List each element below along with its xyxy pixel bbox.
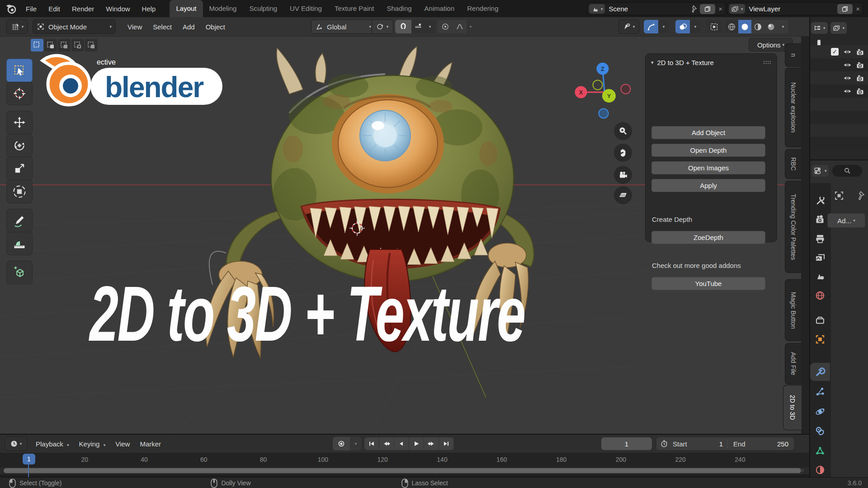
gizmos-dropdown[interactable]: ▾ xyxy=(658,20,669,33)
workspace-tab-modeling[interactable]: Modeling xyxy=(203,0,243,17)
viewport-menu-object[interactable]: Object xyxy=(200,23,231,31)
viewlayer-copy-button[interactable] xyxy=(837,4,853,14)
proportional-toggle[interactable] xyxy=(438,20,453,33)
tool-move[interactable] xyxy=(6,111,33,134)
tool-scale[interactable] xyxy=(6,157,33,180)
gizmos-toggle[interactable] xyxy=(644,20,658,33)
sidebar-tab-magic-button[interactable]: Magic Button xyxy=(785,279,801,341)
properties-tab-physics[interactable] xyxy=(810,403,830,421)
shading-material[interactable] xyxy=(751,20,764,33)
outliner-row[interactable] xyxy=(810,71,868,84)
workspace-tab-layout[interactable]: Layout xyxy=(170,0,203,17)
outliner-row[interactable] xyxy=(810,58,868,71)
selectability-checkbox[interactable]: ✓ xyxy=(831,48,839,56)
properties-tab-scene[interactable] xyxy=(810,267,830,286)
open-depth-button[interactable]: Open Depth xyxy=(651,144,765,157)
properties-tab-output[interactable] xyxy=(810,230,830,248)
timeline-scrollbar[interactable] xyxy=(4,468,801,473)
viewlayer-selector[interactable]: ▾ ViewLayer × xyxy=(727,2,863,15)
editor-type-button[interactable]: ▾ xyxy=(6,19,28,34)
shading-rendered[interactable] xyxy=(764,20,778,33)
hide-viewport-icon[interactable] xyxy=(843,88,852,95)
scene-copy-button[interactable] xyxy=(700,4,715,14)
prev-keyframe-button[interactable] xyxy=(379,437,394,450)
workspace-tab-sculpting[interactable]: Sculpting xyxy=(243,0,283,17)
xray-toggle[interactable] xyxy=(706,20,722,33)
menu-window[interactable]: Window xyxy=(100,5,136,13)
viewlayer-remove-button[interactable]: × xyxy=(853,5,863,13)
outliner-row[interactable] xyxy=(810,84,868,98)
keying-set-dropdown[interactable]: ▾ xyxy=(350,437,362,450)
shading-wireframe[interactable] xyxy=(725,20,738,33)
timeline-menu-keying[interactable]: Keying ▾ xyxy=(74,440,111,448)
scene-name[interactable]: Scene xyxy=(609,5,689,13)
end-frame-field[interactable]: End 250 xyxy=(728,440,794,448)
tool-measure[interactable] xyxy=(6,232,33,255)
add-modifier-button[interactable]: Ad... ▾ xyxy=(827,213,865,228)
hide-viewport-icon[interactable] xyxy=(843,48,852,56)
outliner-row[interactable]: ✓ xyxy=(810,45,868,58)
timeline-ruler[interactable]: 20406080100120140160180200220240 1 xyxy=(0,453,809,467)
tool-add-cube[interactable] xyxy=(6,261,33,284)
apply-button[interactable]: Apply xyxy=(651,179,765,192)
viewlayer-browse-button[interactable]: ▾ xyxy=(729,4,745,14)
camera-view-button[interactable] xyxy=(614,166,632,184)
timeline-menu-marker[interactable]: Marker xyxy=(135,440,166,448)
sidebar-tab-nuclear-explosion[interactable]: Nuclear explosion xyxy=(785,68,801,147)
pan-button[interactable] xyxy=(614,144,632,162)
shading-solid[interactable] xyxy=(738,20,751,33)
start-frame-field[interactable]: Start 1 xyxy=(668,440,727,448)
open-images-button[interactable]: Open Images xyxy=(651,161,765,174)
viewport-menu-view[interactable]: View xyxy=(122,23,147,31)
zoedepth-button[interactable]: ZoeDepth xyxy=(651,231,765,244)
panel-grip-icon[interactable] xyxy=(763,60,771,65)
disable-render-icon[interactable] xyxy=(856,61,864,69)
navigation-gizmo[interactable]: Z X Y xyxy=(572,56,640,124)
properties-tab-view-layer[interactable] xyxy=(810,249,830,267)
properties-tab-world[interactable] xyxy=(810,286,830,305)
sidebar-tab-rbc[interactable]: RBC xyxy=(785,149,801,179)
properties-filter-button[interactable]: ▾ xyxy=(812,165,829,177)
menu-file[interactable]: File xyxy=(20,5,42,13)
select-mode-subtract[interactable] xyxy=(58,39,71,52)
select-mode-set[interactable] xyxy=(31,39,43,52)
snap-toggle[interactable] xyxy=(395,20,411,33)
stopwatch-icon[interactable] xyxy=(660,440,668,448)
prev-frame-button[interactable] xyxy=(394,437,409,450)
sidebar-tab-add-file[interactable]: Add File xyxy=(785,343,801,385)
menu-help[interactable]: Help xyxy=(136,5,162,13)
falloff-dropdown[interactable]: ▾ xyxy=(467,20,475,33)
disable-render-icon[interactable] xyxy=(856,74,864,82)
properties-tab-modifiers[interactable] xyxy=(810,363,830,381)
viewport-menu-add[interactable]: Add xyxy=(177,23,200,31)
tool-transform[interactable] xyxy=(6,180,33,203)
jump-start-button[interactable] xyxy=(364,437,379,450)
workspace-tab-shading[interactable]: Shading xyxy=(381,0,418,17)
transform-orientation[interactable]: Global ▾ xyxy=(311,19,375,34)
properties-search[interactable] xyxy=(832,165,862,177)
menu-edit[interactable]: Edit xyxy=(42,5,66,13)
select-mode-invert[interactable] xyxy=(71,39,84,52)
play-button[interactable] xyxy=(409,437,424,450)
scene-browse-button[interactable]: ▾ xyxy=(589,4,605,14)
overlays-toggle[interactable] xyxy=(675,20,690,33)
workspace-tab-rendering[interactable]: Rendering xyxy=(461,0,505,17)
viewlayer-name[interactable]: ViewLayer xyxy=(749,5,838,13)
jump-end-button[interactable] xyxy=(439,437,454,450)
panel-collapse-chevron[interactable]: ▾ xyxy=(651,60,654,66)
hide-viewport-icon[interactable] xyxy=(843,75,852,82)
timeline-menu-view[interactable]: View xyxy=(110,440,135,448)
properties-tab-particles[interactable] xyxy=(810,383,830,401)
pivot-point-button[interactable]: ▾ xyxy=(372,19,393,34)
disable-render-icon[interactable] xyxy=(856,48,864,56)
tool-annotate[interactable] xyxy=(6,209,33,232)
timeline-menu-playback[interactable]: Playback ▾ xyxy=(31,440,74,448)
shading-dropdown[interactable]: ▾ xyxy=(778,20,788,33)
orthographic-toggle-button[interactable] xyxy=(614,186,632,204)
tool-cursor[interactable] xyxy=(6,82,33,105)
properties-tab-material[interactable] xyxy=(810,461,830,479)
youtube-button[interactable]: YouTube xyxy=(651,277,765,290)
playhead-badge[interactable]: 1 xyxy=(23,454,35,465)
pin-icon[interactable] xyxy=(689,5,697,13)
hide-viewport-icon[interactable] xyxy=(843,61,852,69)
